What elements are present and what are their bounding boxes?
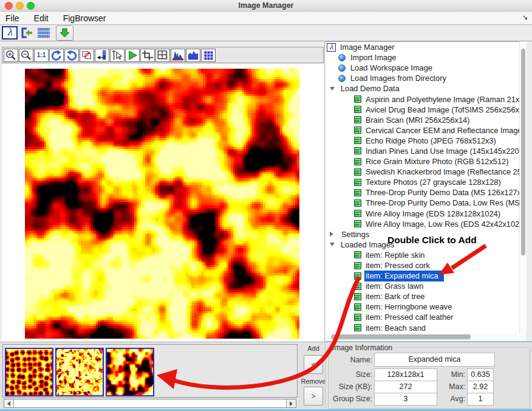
menu-edit[interactable]: Edit bbox=[34, 13, 49, 23]
title-bar: Image Manager bbox=[0, 0, 532, 12]
bottom-divider bbox=[325, 342, 326, 411]
histogram-icon[interactable] bbox=[171, 49, 185, 62]
image-list-icon[interactable] bbox=[36, 27, 51, 38]
play-icon[interactable] bbox=[125, 49, 140, 62]
group-size-label: Group Size: bbox=[329, 395, 372, 403]
max-label: Max: bbox=[442, 382, 465, 391]
remove-button[interactable]: > bbox=[304, 387, 323, 406]
spawn-window-icon[interactable] bbox=[80, 49, 94, 62]
expanded-arrow-icon[interactable] bbox=[330, 87, 335, 91]
menu-file[interactable]: File bbox=[5, 13, 19, 23]
lambda-plot-icon[interactable]: λ bbox=[2, 26, 18, 40]
avg-field[interactable]: 1 bbox=[467, 393, 494, 406]
image-manager-window: Image Manager File Edit FigBrowser ↘ λ bbox=[0, 0, 532, 411]
zoom-out-icon[interactable] bbox=[19, 49, 33, 62]
dataset-cube-icon bbox=[354, 158, 361, 165]
rotate-ccw-icon[interactable] bbox=[64, 49, 79, 62]
dataset-cube-icon bbox=[354, 106, 361, 113]
tree-item-demo[interactable]: Indian Pines Land Use Image (145x145x220… bbox=[326, 146, 519, 156]
tree-item-demo[interactable]: Aspirin and Polyethylene Image (Raman 21… bbox=[326, 94, 519, 104]
tree-item-demo[interactable]: Cervical Cancer EEM and Reflectance Imag… bbox=[326, 125, 519, 136]
collapsed-arrow-icon[interactable] bbox=[330, 232, 333, 237]
thumbnail-scrollbar[interactable] bbox=[4, 399, 296, 408]
pixel-grid-icon[interactable] bbox=[201, 49, 216, 62]
tree-item-demo[interactable]: Wire Alloy Image (EDS 128x128x1024) bbox=[326, 209, 519, 219]
scroll-left-icon[interactable] bbox=[4, 399, 14, 407]
tree-item-loaded[interactable]: item: Grass lawn bbox=[326, 281, 519, 291]
tree-item-load-directory[interactable]: Load Images from Directory bbox=[326, 73, 519, 83]
action-sphere-icon bbox=[338, 64, 346, 72]
crop-icon[interactable] bbox=[140, 49, 155, 62]
scroll-right-icon[interactable] bbox=[286, 399, 296, 407]
action-sphere-icon bbox=[338, 75, 346, 82]
dataset-cube-icon bbox=[354, 199, 361, 207]
main-image-canvas[interactable] bbox=[25, 69, 299, 339]
insert-return-icon[interactable] bbox=[95, 49, 109, 62]
tree-item-demo[interactable]: Swedish Knackerbrod Image (Reflectance 2… bbox=[326, 167, 519, 177]
tree-item-loaded[interactable]: item: Pressed calf leather bbox=[326, 312, 519, 322]
tree-item-import-image[interactable]: Import Image bbox=[326, 52, 519, 63]
tree-item-demo[interactable]: Wire Alloy Image, Low Res (EDS 42x42x102… bbox=[326, 219, 519, 229]
tree-item-demo[interactable]: Three-Drop Purity Demo Data (MS 126x127x bbox=[326, 187, 519, 198]
tree-group-load-demo-data[interactable]: Load Demo Data bbox=[326, 83, 519, 94]
tree-item-loaded[interactable]: item: Pressed cork bbox=[326, 260, 519, 271]
thumbnail-reptile-skin[interactable] bbox=[5, 348, 53, 396]
dataset-cube-icon bbox=[354, 272, 361, 280]
tree-item-loaded[interactable]: item: Herringbone weave bbox=[326, 302, 519, 312]
tree-horizontal-scrollbar[interactable] bbox=[326, 333, 526, 341]
tree-item-loaded[interactable]: item: Bark of tree bbox=[326, 291, 519, 302]
thumbnail-pressed-cork[interactable] bbox=[55, 348, 104, 396]
tree-item-demo[interactable]: Rice Grain Mixture Photo (RGB 512x512) bbox=[326, 156, 519, 167]
max-field[interactable]: 2.92 bbox=[467, 381, 494, 393]
dataset-cube-icon bbox=[354, 116, 361, 123]
image-manager-tree: λImage Manager Import Image Load Workspa… bbox=[326, 41, 519, 334]
import-image-icon[interactable] bbox=[56, 26, 73, 41]
grid-icon[interactable] bbox=[155, 49, 170, 62]
annotation-text: Double Click to Add bbox=[387, 235, 477, 246]
dataset-cube-icon bbox=[354, 262, 361, 269]
tree-item-loaded[interactable]: item: Reptile skin bbox=[326, 250, 519, 260]
size-kb-field[interactable]: 272 bbox=[374, 381, 437, 393]
image-information-title: Image Information bbox=[330, 344, 394, 352]
tree-item-loaded-selected[interactable]: item: Expanded mica bbox=[326, 271, 519, 281]
dataset-cube-icon bbox=[354, 251, 361, 258]
group-size-field[interactable]: 3 bbox=[374, 393, 437, 406]
axis-select-icon[interactable] bbox=[110, 49, 124, 62]
main-toolbar: λ bbox=[0, 25, 532, 41]
rotate-cw-icon[interactable] bbox=[49, 49, 64, 62]
add-button[interactable]: < bbox=[304, 355, 323, 374]
dataset-cube-icon bbox=[354, 293, 361, 300]
workspace-import-icon[interactable] bbox=[20, 27, 35, 38]
dataset-cube-icon bbox=[354, 189, 361, 196]
tree-item-demo[interactable]: Echo Ridge Photo (JPEG 768x512x3) bbox=[326, 136, 519, 146]
min-field[interactable]: 0.635 bbox=[467, 368, 494, 381]
tree-item-demo[interactable]: Texture Photos (27 grayscale 128x128) bbox=[326, 177, 519, 187]
tree-item-load-workspace[interactable]: Load Workspace Image bbox=[326, 63, 519, 73]
tree-item-demo[interactable]: Brain Scan (MRI 256x256x14) bbox=[326, 115, 519, 125]
scrollbar-thumb[interactable] bbox=[521, 49, 525, 255]
scrollbar-thumb[interactable] bbox=[331, 334, 471, 339]
avg-label: Avg: bbox=[442, 395, 465, 403]
tree-item-demo[interactable]: Three-Drop Purity Demo Data, Low Res (MS… bbox=[326, 198, 519, 208]
dataset-cube-icon bbox=[354, 179, 361, 186]
dataset-cube-icon bbox=[354, 324, 361, 331]
tree-root[interactable]: λImage Manager bbox=[326, 42, 519, 52]
tree-vertical-scrollbar[interactable] bbox=[519, 41, 527, 333]
expanded-arrow-icon[interactable] bbox=[330, 243, 335, 246]
tree-item-demo[interactable]: Avicel Drug Bead Image (TofSIMS 256x256x… bbox=[326, 105, 519, 115]
detach-corner-icon[interactable]: ↘ bbox=[522, 13, 528, 21]
size-field[interactable]: 128x128x1 bbox=[374, 368, 437, 381]
name-label: Name: bbox=[331, 356, 372, 364]
zoom-in-icon[interactable] bbox=[4, 49, 18, 62]
name-field[interactable]: Expanded mica bbox=[374, 353, 495, 367]
dataset-cube-icon bbox=[354, 147, 361, 154]
tree-item-loaded[interactable]: item: Beach sand bbox=[326, 323, 519, 333]
image-blob-icon[interactable] bbox=[186, 49, 200, 62]
add-label: Add bbox=[300, 345, 327, 352]
menu-figbrowser[interactable]: FigBrowser bbox=[63, 13, 106, 23]
dataset-cube-icon bbox=[354, 168, 361, 176]
one-to-one-icon[interactable]: 1:1 bbox=[34, 49, 49, 62]
size-label: Size: bbox=[331, 370, 372, 379]
thumbnail-expanded-mica[interactable] bbox=[106, 348, 154, 396]
dataset-cube-icon bbox=[354, 220, 361, 227]
